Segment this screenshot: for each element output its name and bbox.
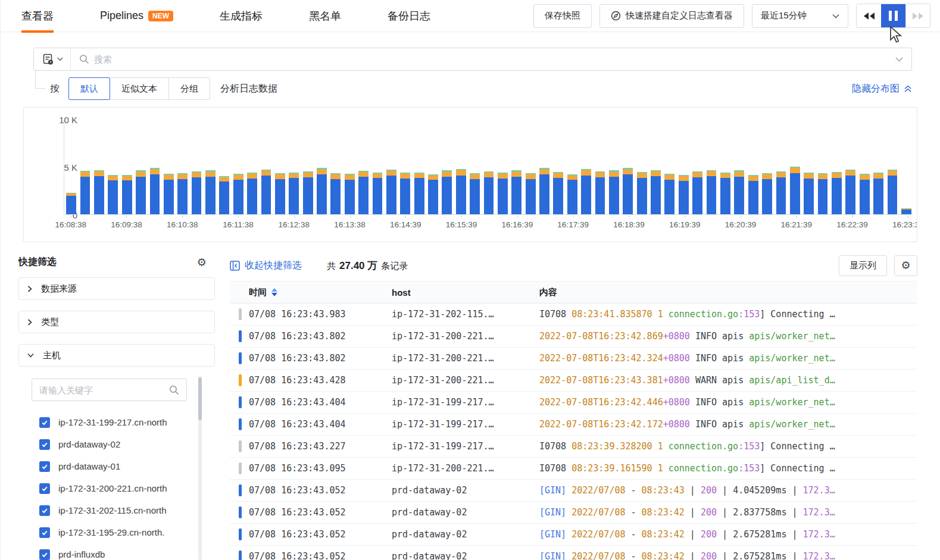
histogram-bar[interactable] <box>205 170 216 214</box>
histogram-bar[interactable] <box>692 171 702 214</box>
log-row[interactable]: 07/08 16:23:43.227ip-172-31-199-217.…I07… <box>230 436 917 458</box>
log-row[interactable]: 07/08 16:23:43.052prd-dataway-02[GIN] 20… <box>230 502 917 524</box>
nav-tab-备份日志[interactable]: 备份日志 <box>388 0 430 32</box>
checkbox-checked[interactable] <box>39 461 50 472</box>
log-row[interactable]: 07/08 16:23:43.052prd-dataway-02[GIN] 20… <box>230 480 917 502</box>
nav-tab-黑名单[interactable]: 黑名单 <box>309 0 341 32</box>
histogram-bar[interactable] <box>94 170 104 214</box>
histogram-bar[interactable] <box>150 168 160 214</box>
histogram-bar[interactable] <box>80 171 90 214</box>
pause-button[interactable] <box>881 4 905 27</box>
histogram-bar[interactable] <box>498 173 508 214</box>
histogram-bar[interactable] <box>122 175 132 214</box>
histogram-bar[interactable] <box>637 172 647 214</box>
histogram-bar[interactable] <box>595 171 605 214</box>
mode-option-默认[interactable]: 默认 <box>68 77 110 100</box>
histogram-bar[interactable] <box>581 169 591 214</box>
histogram-bar[interactable] <box>136 170 146 214</box>
quick-build-button[interactable]: 快速搭建自定义日志查看器 <box>599 4 744 28</box>
saved-queries-button[interactable] <box>34 48 70 70</box>
histogram-bar[interactable] <box>776 171 786 214</box>
fast-forward-button[interactable] <box>905 4 930 27</box>
mode-option-分组[interactable]: 分组 <box>168 77 210 100</box>
hide-chart-link[interactable]: 隐藏分布图 <box>852 83 912 95</box>
chevron-down-icon[interactable] <box>895 57 903 62</box>
filter-section-数据来源[interactable]: 数据来源 <box>18 277 215 300</box>
filter-section-主机[interactable]: 主机 <box>18 344 215 367</box>
histogram-bar[interactable] <box>164 174 174 214</box>
log-row[interactable]: 07/08 16:23:43.052prd-dataway-02[GIN] 20… <box>230 524 917 546</box>
histogram-bar[interactable] <box>330 173 341 214</box>
histogram-bar[interactable] <box>567 174 577 214</box>
host-filter-item[interactable]: ip-172-31-199-217.cn-north <box>18 411 215 433</box>
histogram-bar[interactable] <box>386 170 396 214</box>
histogram-bar[interactable] <box>664 174 674 214</box>
rewind-button[interactable] <box>857 4 881 27</box>
histogram-bar[interactable] <box>873 173 883 214</box>
histogram-bar[interactable] <box>400 173 410 214</box>
histogram-bar[interactable] <box>177 173 188 214</box>
histogram-bar[interactable] <box>651 170 661 214</box>
host-filter-item[interactable]: prd-dataway-01 <box>18 455 215 477</box>
histogram-bar[interactable] <box>317 168 327 214</box>
nav-tab-Pipelines[interactable]: PipelinesNEW <box>100 0 173 32</box>
histogram-bar[interactable] <box>818 173 828 214</box>
log-row[interactable]: 07/08 16:23:43.802ip-172-31-200-221.…202… <box>230 326 917 348</box>
histogram-bar[interactable] <box>442 170 452 214</box>
host-search-input[interactable] <box>39 385 169 395</box>
histogram-bar[interactable] <box>414 173 424 214</box>
scrollbar-thumb[interactable] <box>198 377 202 420</box>
sidebar-gear-icon[interactable]: ⚙ <box>197 257 207 268</box>
histogram-bar[interactable] <box>901 208 911 214</box>
histogram-bar[interactable] <box>679 175 689 214</box>
histogram-bar[interactable] <box>511 170 521 214</box>
log-row[interactable]: 07/08 16:23:43.095ip-172-31-200-221.…I07… <box>230 458 917 480</box>
checkbox-checked[interactable] <box>39 439 50 450</box>
histogram-bar[interactable] <box>748 175 758 214</box>
histogram-bar[interactable] <box>734 170 744 214</box>
histogram-bar[interactable] <box>233 174 243 214</box>
sort-icon[interactable] <box>271 288 277 296</box>
host-filter-item[interactable]: ip-172-31-200-221.cn-north <box>18 477 215 499</box>
checkbox-checked[interactable] <box>39 549 50 560</box>
show-columns-button[interactable]: 显示列 <box>839 255 887 276</box>
log-row[interactable]: 07/08 16:23:43.802ip-172-31-200-221.…202… <box>230 348 917 370</box>
host-filter-item[interactable]: prd-influxdb <box>18 543 215 560</box>
checkbox-checked[interactable] <box>39 417 50 428</box>
search-input[interactable] <box>94 54 895 64</box>
histogram-bar[interactable] <box>484 171 494 214</box>
histogram-bar[interactable] <box>345 174 355 214</box>
nav-tab-查看器[interactable]: 查看器 <box>21 0 54 32</box>
column-header-time[interactable]: 时间 <box>249 287 392 298</box>
checkbox-checked[interactable] <box>39 505 50 516</box>
histogram-bar[interactable] <box>720 173 730 214</box>
histogram-bar[interactable] <box>192 171 202 214</box>
histogram-bar[interactable] <box>275 173 285 214</box>
histogram-bar[interactable] <box>623 168 633 214</box>
histogram-bar[interactable] <box>289 173 299 214</box>
histogram-bar[interactable] <box>66 193 76 214</box>
histogram-bar[interactable] <box>428 174 438 214</box>
histogram-bar[interactable] <box>860 174 870 214</box>
histogram-bar[interactable] <box>790 167 800 214</box>
histogram-bar[interactable] <box>456 169 466 214</box>
checkbox-checked[interactable] <box>39 483 50 494</box>
save-snapshot-button[interactable]: 保存快照 <box>533 4 592 28</box>
histogram-bar[interactable] <box>539 168 549 214</box>
histogram-bar[interactable] <box>247 173 257 214</box>
histogram-bar[interactable] <box>526 173 536 214</box>
host-filter-item[interactable]: prd-dataway-02 <box>18 433 215 455</box>
log-row[interactable]: 07/08 16:23:43.404ip-172-31-199-217.…202… <box>230 392 917 414</box>
histogram-bar[interactable] <box>261 170 271 214</box>
chart-plot-area[interactable] <box>64 120 913 215</box>
log-row[interactable]: 07/08 16:23:43.983ip-172-31-202-115.…I07… <box>230 304 917 326</box>
checkbox-checked[interactable] <box>39 527 50 538</box>
histogram-bar[interactable] <box>762 173 772 214</box>
histogram-bar[interactable] <box>707 170 717 214</box>
histogram-bar[interactable] <box>373 173 383 214</box>
histogram-bar[interactable] <box>609 170 619 214</box>
log-row[interactable]: 07/08 16:23:43.404ip-172-31-199-217.…202… <box>230 414 917 436</box>
table-settings-button[interactable]: ⚙ <box>894 255 917 276</box>
histogram-bar[interactable] <box>470 173 480 214</box>
histogram-bar[interactable] <box>303 171 313 214</box>
